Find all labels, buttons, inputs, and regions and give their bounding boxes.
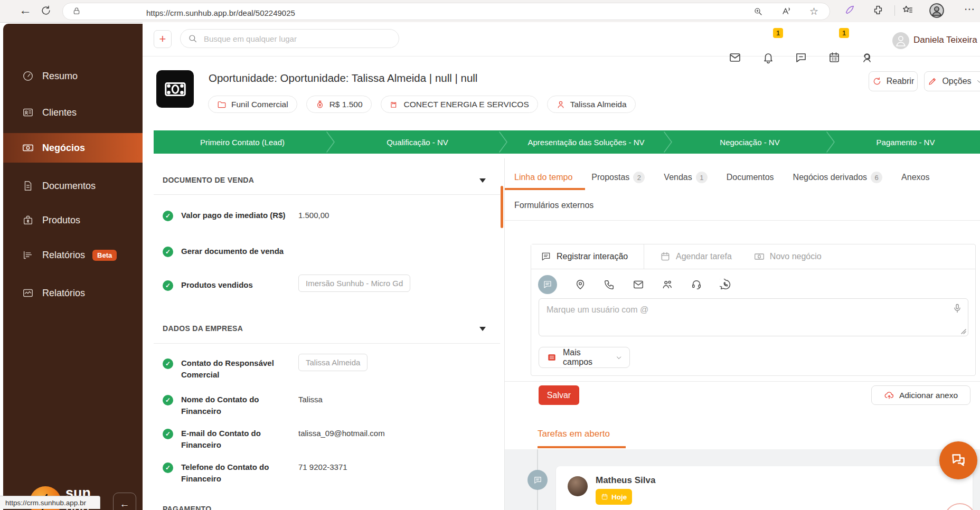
- notifications-bell-icon[interactable]: [762, 51, 775, 64]
- options-button[interactable]: Opções: [924, 71, 980, 91]
- tab-vendas[interactable]: Vendas1: [664, 172, 707, 183]
- note-textarea[interactable]: [539, 299, 968, 336]
- tab-documentos[interactable]: Documentos: [727, 173, 774, 182]
- sidebar-item-clientes[interactable]: Clientes: [3, 101, 143, 124]
- address-bar[interactable]: https://crm.sunhub.app.br/deal/502249025: [62, 3, 830, 20]
- tab-propostas[interactable]: Propostas2: [591, 172, 645, 183]
- composer-tab-agendar-tarefa[interactable]: Agendar tarefa: [644, 244, 738, 269]
- stage-chevron-icon: [498, 130, 510, 154]
- collapse-caret-icon[interactable]: [479, 178, 486, 183]
- sidebar-item-produtos[interactable]: Produtos: [3, 209, 143, 232]
- task-due-badge[interactable]: Hoje: [596, 489, 632, 505]
- factory-icon: [390, 100, 399, 109]
- add-attachment-label: Adicionar anexo: [899, 391, 958, 400]
- channel-headset-icon[interactable]: [691, 279, 702, 290]
- composer-tab-novo-negocio[interactable]: Novo negócio: [738, 244, 828, 269]
- favorite-star-icon[interactable]: [809, 5, 818, 17]
- check-circle-icon: [163, 395, 173, 405]
- more-fields-button[interactable]: Mais campos: [539, 347, 630, 368]
- save-button[interactable]: Salvar: [539, 385, 579, 405]
- user-avatar[interactable]: [892, 32, 909, 49]
- tab-linha-do-tempo[interactable]: Linha do tempo: [514, 173, 572, 182]
- active-tab-underline: [505, 188, 585, 190]
- stage-chevron-icon: [663, 130, 674, 154]
- interaction-composer: Registrar interação Agendar tarefa Novo …: [531, 244, 976, 376]
- chat-fab-button[interactable]: [939, 441, 977, 479]
- pipeline-stage-3[interactable]: Apresentação das Soluções - NV: [504, 130, 668, 154]
- pipeline-stage-5[interactable]: Pagamento - NV: [831, 130, 980, 154]
- collapse-caret-icon[interactable]: [479, 327, 486, 331]
- deal-title: Oportunidade: Oportunidade: Talissa Alme…: [209, 72, 477, 84]
- deal-tag-company[interactable]: CONECT ENERGIA E SERVICOS: [381, 96, 538, 113]
- field-label: Produtos vendidos: [181, 279, 296, 291]
- contact-card-icon: [22, 107, 34, 118]
- tab-anexos[interactable]: Anexos: [901, 173, 929, 182]
- resize-handle-icon[interactable]: [961, 329, 966, 334]
- user-name[interactable]: Daniela Teixeira: [913, 35, 980, 45]
- section-header-dados-empresa[interactable]: DADOS DA EMPRESA: [163, 324, 243, 333]
- search-input[interactable]: [203, 34, 391, 44]
- money-bag-icon: [315, 100, 325, 109]
- composer-tab-registrar-interacao[interactable]: Registrar interação: [531, 244, 644, 269]
- add-attachment-button[interactable]: Adicionar anexo: [871, 385, 970, 405]
- browser-profile-avatar[interactable]: [929, 3, 944, 18]
- reopen-button[interactable]: Reabrir: [869, 71, 918, 91]
- deal-tag-funnel[interactable]: Funil Comercial: [208, 96, 297, 113]
- channel-email-icon[interactable]: [633, 279, 644, 290]
- sidebar-item-documentos[interactable]: Documentos: [3, 174, 143, 197]
- deal-tag-value[interactable]: R$ 1.500: [306, 96, 372, 113]
- sidebar-collapse-button[interactable]: [113, 493, 136, 510]
- section-divider: [154, 343, 500, 344]
- money-icon: [754, 251, 765, 262]
- field-value: 71 9202-3371: [298, 462, 347, 471]
- chat-lines-icon: [541, 251, 551, 262]
- microphone-icon[interactable]: [952, 303, 963, 314]
- sidebar-item-relatorios[interactable]: Relatórios: [3, 281, 143, 305]
- calendar-icon[interactable]: [828, 51, 841, 64]
- deal-tag-contact[interactable]: Talissa Almeida: [547, 96, 636, 113]
- channel-note-icon[interactable]: [538, 275, 557, 294]
- more-fields-label: Mais campos: [563, 348, 610, 367]
- chat-icon[interactable]: [795, 51, 807, 64]
- browser-menu-icon[interactable]: [964, 3, 975, 15]
- tab-formularios-externos[interactable]: Formulários externos: [514, 201, 593, 210]
- sidebar-item-resumo[interactable]: Resumo: [3, 64, 143, 88]
- field-value: talissa_09@hotmail.com: [298, 429, 385, 438]
- open-tasks-heading: Tarefas em aberto: [538, 429, 610, 439]
- sidebar-item-negocios[interactable]: Negócios: [3, 133, 143, 163]
- composer-footer-divider: [505, 381, 980, 382]
- browser-extension-feather-icon[interactable]: [844, 4, 855, 16]
- notifications-badge: 1: [773, 28, 783, 38]
- sidebar-item-relatorios-beta[interactable]: Relatórios Beta: [3, 243, 143, 267]
- pipeline-stage-1[interactable]: Primeiro Contato (Lead): [154, 130, 331, 154]
- section-header-documento-venda[interactable]: DOCUMENTO DE VENDA: [163, 176, 254, 184]
- tab-negocios-derivados[interactable]: Negócios derivados6: [793, 172, 883, 183]
- field-label: Contato do Responsável Comercial: [181, 357, 296, 381]
- browser-back-icon[interactable]: [19, 3, 32, 17]
- left-panel-scrollbar[interactable]: [501, 186, 503, 228]
- sidebar-item-label: Resumo: [42, 71, 78, 82]
- check-circle-icon: [163, 211, 173, 221]
- person-icon: [556, 100, 566, 109]
- tab-label: Anexos: [901, 173, 929, 182]
- pipeline-stage-2[interactable]: Qualificação - NV: [331, 130, 504, 154]
- channel-whatsapp-icon[interactable]: [720, 279, 731, 290]
- url-text[interactable]: https://crm.sunhub.app.br/deal/502249025: [146, 8, 295, 17]
- lock-icon: [72, 7, 81, 15]
- support-headset-icon[interactable]: [861, 51, 873, 64]
- read-aloud-icon[interactable]: [781, 6, 791, 16]
- mail-icon[interactable]: [729, 51, 741, 64]
- quick-add-button[interactable]: +: [154, 30, 172, 48]
- tab-badge: 1: [696, 172, 708, 183]
- extensions-puzzle-icon[interactable]: [872, 4, 884, 16]
- global-search[interactable]: [180, 29, 399, 48]
- folder-icon: [217, 100, 227, 109]
- field-value: 1.500,00: [298, 211, 329, 220]
- zoom-page-icon[interactable]: [753, 7, 763, 16]
- browser-refresh-icon[interactable]: [40, 5, 52, 16]
- channel-visit-pin-icon[interactable]: [574, 279, 586, 290]
- favorites-bar-icon[interactable]: [902, 4, 913, 16]
- channel-phone-icon[interactable]: [604, 279, 615, 290]
- pipeline-stage-4[interactable]: Negociação - NV: [668, 130, 831, 154]
- channel-meeting-icon[interactable]: [662, 279, 673, 290]
